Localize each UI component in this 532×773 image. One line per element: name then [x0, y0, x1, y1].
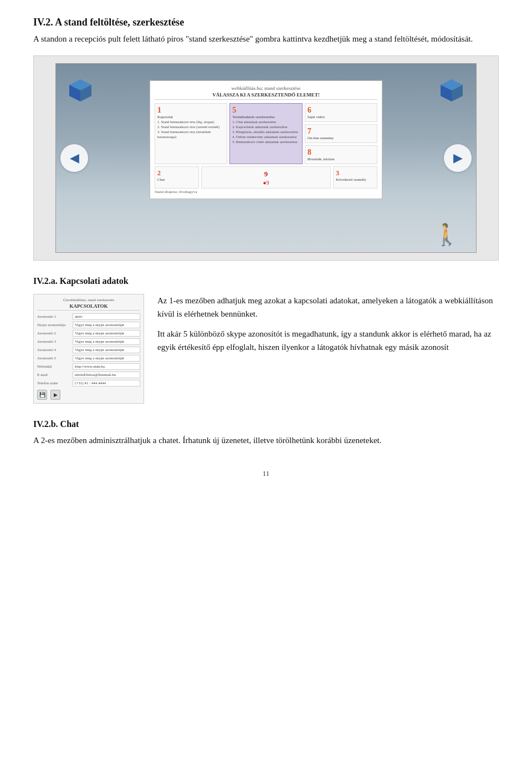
cell-9-number: 9 [264, 170, 268, 178]
panel-grid: 1 Kapcsolat 1. Stand bemutatkozó rész (l… [155, 103, 377, 164]
k-value-0: aktív [73, 313, 140, 320]
panel-cell-1: 1 Kapcsolat 1. Stand bemutatkozó rész (l… [155, 103, 227, 164]
section-2b-text: A 2-es mezőben adminisztrálhatjuk a chat… [33, 434, 499, 447]
section-title: IV.2. A stand feltöltése, szerkesztése [33, 17, 499, 28]
right-cells: 6 Saját videó 7 On-line esemény 8 Brosúr… [305, 103, 377, 164]
next-stand-button[interactable]: ▶ [444, 144, 472, 172]
prev-stand-button[interactable]: ◀ [60, 144, 88, 172]
k-label-tel: Telefon szám [37, 381, 70, 385]
cell-8-label: Brosúrák, kézirás [308, 157, 375, 161]
logo-icon: ●9 [204, 180, 328, 186]
k-value-3: Vigye meg a skype azonosítóját [73, 338, 140, 345]
k-row-email: E-mail elérésEllérsz@freemail.hu [37, 372, 140, 378]
cell-7-label: On-line esemény [308, 136, 375, 140]
k-row-1: Skype azonosítója Vigye meg a skype azon… [37, 322, 140, 328]
k-label-weboldal: Weboldal [37, 364, 70, 369]
panel-cell-5: 5 Termékadatok szerkesztése 1. Chat adat… [229, 103, 302, 164]
stand-editor-panel: webkiállítás.hu; stand szerkesztése VÁLA… [150, 80, 382, 199]
k-value-tel: (+31) 41 / 444 4444 [73, 380, 140, 387]
k-row-0: Azonosító 1 aktív [37, 313, 140, 320]
panel-cell-8: 8 Brosúrák, kézirás [305, 145, 377, 164]
cell-1-label: Kapcsolat [157, 115, 224, 119]
k-label-email: E-mail [37, 373, 70, 377]
intro-text: A standon a recepciós pult felett láthat… [33, 33, 499, 45]
save-icon[interactable]: 💾 [37, 390, 47, 400]
cell-1-number: 1 [157, 106, 224, 115]
kapcsolati-adatok-image: Újwebkiállítás, stand szerkesztés KAPCSO… [33, 294, 144, 404]
k-row-3: Azonosító 3 Vigye meg a skype azonosítój… [37, 338, 140, 345]
panel-bottom-row: 2 Chat 9 ●9 3 Következő személy [155, 166, 377, 189]
k-value-2: Vigye meg a skype azonosítóját [73, 330, 140, 337]
section-2a-text-block: Az 1-es mezőben adhatjuk meg azokat a ka… [157, 294, 499, 354]
k-value-4: Vigye meg a skype azonosítóját [73, 347, 140, 353]
k-row-weboldal: Weboldal http://www.után.hu [37, 363, 140, 370]
panel-cell-9: 9 ●9 [201, 166, 331, 189]
section-2a-text2: Itt akár 5 különböző skype azonosítót is… [157, 327, 499, 354]
section-2b-heading: IV.2.b. Chat [33, 419, 499, 429]
k-value-email: elérésEllérsz@freemail.hu [73, 372, 140, 378]
person-figure-icon: 🚶 [433, 222, 459, 247]
cell-5-number: 5 [232, 106, 299, 115]
k-icon-row: 💾 ▶ [37, 390, 140, 400]
k-label-1: Skype azonosítója [37, 323, 70, 327]
panel-url: webkiállítás.hu; stand szerkesztése [155, 85, 377, 91]
k-url-label: Újwebkiállítás, stand szerkesztés [37, 298, 140, 302]
cell-8-number: 8 [308, 148, 375, 157]
k-section-title: KAPCSOLATOK [37, 303, 140, 311]
panel-cell-7: 7 On-line esemény [305, 124, 377, 143]
cell-6-number: 6 [308, 106, 375, 115]
k-label-0: Azonosító 1 [37, 314, 70, 319]
section-2a-text1: Az 1-es mezőben adhatjuk meg azokat a ka… [157, 294, 499, 321]
stand-editor-screenshot: ◀ ▶ webkiállítás.hu; stand szerkesztése … [33, 55, 499, 261]
section-2a-container: Újwebkiállítás, stand szerkesztés KAPCSO… [33, 294, 499, 404]
cell-2-number: 2 [157, 169, 196, 177]
back-icon[interactable]: ▶ [50, 390, 60, 400]
cell-7-number: 7 [308, 127, 375, 136]
panel-cell-2: 2 Chat [155, 166, 199, 189]
k-label-4: Azonosító 4 [37, 348, 70, 352]
panel-cell-3: 3 Következő személy [333, 166, 377, 189]
section-2a-heading: IV.2.a. Kapcsolati adatok [33, 276, 499, 286]
cube-right-icon [438, 74, 468, 106]
cell-1-items: 1. Stand bemutatkozó rész (lég, slogan) … [157, 119, 224, 139]
k-row-tel: Telefon szám (+31) 41 / 444 4444 [37, 380, 140, 387]
k-value-5: Vigye meg a skype azonosítóját [73, 355, 140, 362]
k-row-5: Azonosító 5 Vigye meg a skype azonosítój… [37, 355, 140, 362]
panel-title: VÁLASSZA KI A SZERKESZTENDŐ ELEMET! [155, 92, 377, 100]
k-row-4: Azonosító 4 Vigye meg a skype azonosítój… [37, 347, 140, 353]
cell-5-label: Termékadatok szerkesztése [232, 115, 299, 119]
k-row-2: Azonosító 2 Vigye meg a skype azonosítój… [37, 330, 140, 337]
k-label-2: Azonosító 2 [37, 331, 70, 335]
stand-background: ◀ ▶ webkiállítás.hu; stand szerkesztése … [56, 64, 476, 252]
k-value-1: Vigye meg a skype azonosítóját [73, 322, 140, 328]
panel-status: Stand állapota: Jóváhagyva [155, 190, 377, 194]
panel-cell-6: 6 Saját videó [305, 103, 377, 122]
cell-2-label: Chat [157, 177, 196, 182]
k-label-3: Azonosító 3 [37, 339, 70, 344]
stand-editor-image: ◀ ▶ webkiállítás.hu; stand szerkesztése … [55, 63, 477, 253]
cell-3-label: Következő személy [336, 177, 375, 182]
cell-5-items: 1. Chat adatainak szerkesztése 2. Kapcso… [232, 119, 299, 144]
page-number: 11 [33, 469, 499, 478]
k-value-weboldal: http://www.után.hu [73, 363, 140, 370]
cube-left-icon [64, 74, 94, 106]
k-label-5: Azonosító 5 [37, 356, 70, 360]
cell-3-number: 3 [336, 169, 375, 177]
cell-6-label: Saját videó [308, 115, 375, 119]
